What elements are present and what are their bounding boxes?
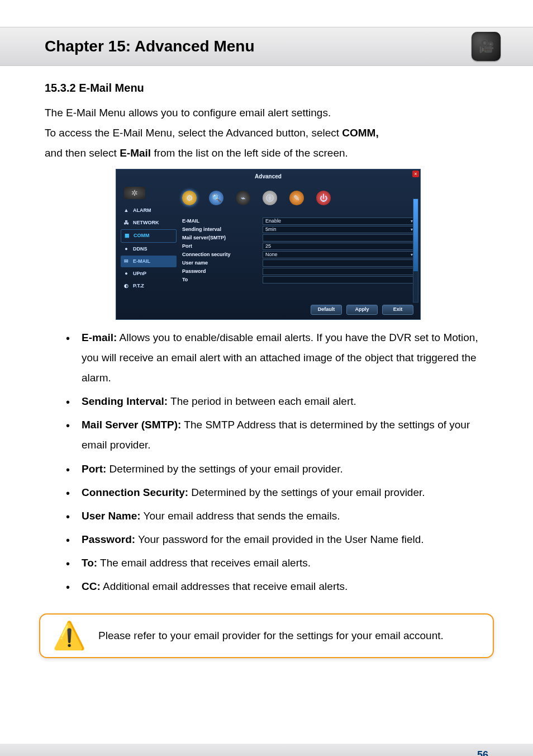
desc: Determined by the settings of your email… (106, 463, 342, 475)
tab-icon-2[interactable]: 🔍 (209, 191, 223, 205)
close-icon[interactable]: × (412, 171, 419, 177)
sidebar-item-comm[interactable]: ▦COMM (121, 229, 177, 242)
username-input[interactable] (263, 259, 416, 267)
camera-icon: 🎥 (472, 32, 501, 61)
note-text: Please refer to your email provider for … (98, 626, 444, 646)
to-input[interactable] (263, 276, 416, 284)
term: Connection Security: (82, 486, 188, 498)
dvr-button-row: Default Apply Exit (117, 295, 419, 316)
interval-select[interactable]: 5min▾ (263, 226, 416, 233)
access-2b: E-Mail (120, 147, 151, 159)
sidebar-label: UPnP (133, 269, 146, 278)
sidebar-item-network[interactable]: 🖧NETWORK (121, 217, 177, 229)
dvr-form: E-MAIL Enable▾ Sending interval 5min▾ Ma… (179, 216, 419, 295)
list-item: Port: Determined by the settings of your… (66, 459, 488, 479)
sidebar-item-ptz[interactable]: ◐P.T.Z (121, 280, 177, 292)
email-select[interactable]: Enable▾ (263, 218, 416, 225)
list-item: E-mail: Allows you to enable/disable ema… (66, 328, 488, 388)
desc: Additional email addresses that receive … (101, 580, 348, 592)
list-item: CC: Additional email addresses that rece… (66, 577, 488, 597)
term: To: (82, 557, 97, 569)
exit-button[interactable]: Exit (382, 305, 413, 315)
tab-icon-1[interactable]: ⚙ (182, 191, 197, 205)
dvr-window-title: Advanced (117, 171, 419, 183)
sidebar-label: E-MAIL (133, 257, 150, 266)
port-input[interactable]: 25 (263, 243, 416, 250)
sidebar-item-alarm[interactable]: ▲ALARM (121, 205, 177, 216)
access-2a: and then select (45, 147, 120, 159)
list-item: Connection Security: Determined by the s… (66, 483, 488, 503)
chapter-banner: Chapter 15: Advanced Menu 🎥 (0, 27, 533, 66)
section-heading: 15.3.2 E-Mail Menu (45, 77, 488, 98)
access-2c: from the list on the left side of the sc… (151, 147, 348, 159)
sidebar-item-upnp[interactable]: ●UPnP (121, 268, 177, 280)
sidebar-label: COMM (134, 231, 150, 240)
list-item: Password: Your password for the email pr… (66, 530, 488, 550)
term: User Name: (82, 510, 141, 522)
dvr-top-tabs: ⚙ 🔍 ⌁ ⓘ ✎ ⏻ (179, 183, 419, 216)
sidebar-label: P.T.Z (133, 281, 144, 291)
term: Password: (82, 533, 135, 545)
note-callout: ⚠️ Please refer to your email provider f… (39, 613, 494, 658)
chapter-title: Chapter 15: Advanced Menu (45, 37, 254, 55)
smtp-input[interactable] (263, 234, 416, 242)
definition-list: E-mail: Allows you to enable/disable ema… (66, 328, 488, 597)
list-item: Sending Interval: The period in between … (66, 391, 488, 412)
page-number: 56 (477, 749, 488, 757)
desc: The period in between each email alert. (168, 395, 356, 407)
envelope-icon: ✉ (123, 257, 130, 266)
tab-icon-5[interactable]: ✎ (289, 191, 304, 205)
desc: Determined by the settings of your email… (188, 486, 425, 498)
dot-icon: ● (123, 269, 130, 278)
tab-icon-6[interactable]: ⏻ (316, 191, 331, 205)
warning-icon: ⚠️ (53, 622, 86, 649)
triangle-icon: ▲ (123, 206, 130, 215)
grid-icon: ▦ (123, 231, 130, 240)
dvr-window: Advanced × ✲ ▲ALARM 🖧NETWORK ▦COMM ●DDNS… (116, 169, 421, 320)
footer-bar: 56 (0, 744, 533, 756)
circle-half-icon: ◐ (123, 281, 130, 291)
list-item: To: The email address that receives emai… (66, 553, 488, 573)
access-line-1: To access the E-Mail Menu, select the Ad… (45, 123, 488, 143)
network-icon: 🖧 (123, 218, 130, 228)
default-button[interactable]: Default (311, 305, 342, 315)
tab-icon-3[interactable]: ⌁ (236, 191, 250, 205)
intro-line: The E-Mail Menu allows you to configure … (45, 103, 488, 123)
list-item: User Name: Your email address that sends… (66, 506, 488, 526)
sidebar-label: ALARM (133, 206, 151, 215)
gear-icon: ✲ (124, 187, 145, 199)
term: Port: (82, 463, 106, 475)
dvr-sidebar: ✲ ▲ALARM 🖧NETWORK ▦COMM ●DDNS ✉E-MAIL ●U… (117, 183, 179, 295)
sidebar-item-ddns[interactable]: ●DDNS (121, 243, 177, 255)
term: Mail Server (SMTP): (82, 419, 181, 431)
term: E-mail: (82, 332, 117, 343)
desc: Your password for the email provided in … (135, 533, 423, 545)
password-input[interactable] (263, 268, 416, 275)
interval-value: 5min (265, 225, 277, 234)
access-line-2: and then select E-Mail from the list on … (45, 143, 488, 163)
to-label: To (182, 275, 260, 285)
scrollbar[interactable] (413, 199, 418, 303)
apply-button[interactable]: Apply (346, 305, 378, 315)
connsec-select[interactable]: None▾ (263, 251, 416, 258)
sidebar-label: DDNS (133, 244, 147, 254)
connsec-value: None (265, 250, 278, 259)
dvr-screenshot-figure: Advanced × ✲ ▲ALARM 🖧NETWORK ▦COMM ●DDNS… (116, 169, 417, 320)
list-item: Mail Server (SMTP): The SMTP Address tha… (66, 415, 488, 455)
dot-icon: ● (123, 244, 130, 254)
term: CC: (82, 580, 101, 592)
desc: Your email address that sends the emails… (141, 510, 340, 522)
content-area: 15.3.2 E-Mail Menu The E-Mail Menu allow… (0, 66, 533, 597)
term: Sending Interval: (82, 395, 168, 407)
access-1b: COMM, (342, 127, 378, 139)
sidebar-label: NETWORK (133, 218, 159, 228)
access-1a: To access the E-Mail Menu, select the Ad… (45, 127, 342, 139)
scrollbar-thumb[interactable] (413, 199, 418, 271)
sidebar-item-email[interactable]: ✉E-MAIL (121, 256, 177, 267)
desc: Allows you to enable/disable email alert… (82, 332, 478, 384)
desc: The email address that receives email al… (97, 557, 311, 569)
tab-icon-4[interactable]: ⓘ (263, 191, 277, 205)
